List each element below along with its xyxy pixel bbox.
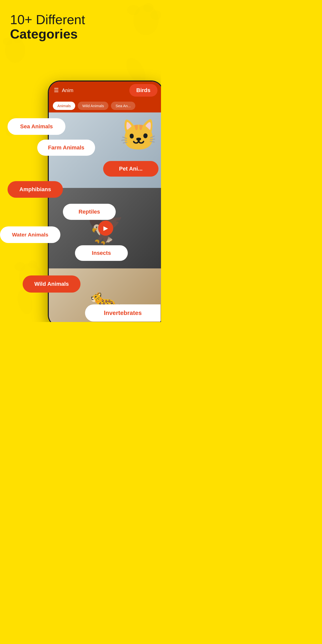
topbar-title: Anim: [62, 88, 126, 93]
svg-point-3: [150, 10, 161, 20]
svg-point-2: [143, 3, 153, 12]
phone-topbar: ☰ Anim Birds: [49, 82, 161, 99]
headline-line2: Categories: [10, 27, 85, 41]
headline-line1: 10+ Different: [10, 13, 85, 27]
tab-sea-animals[interactable]: Sea An...: [111, 102, 135, 110]
badge-insects[interactable]: Insects: [75, 245, 128, 261]
svg-point-8: [15, 262, 26, 271]
hamburger-icon[interactable]: ☰: [54, 88, 59, 93]
birds-nav-button[interactable]: Birds: [129, 84, 157, 97]
filter-tabs: Animals Wild Animals Sea An...: [49, 99, 161, 112]
tab-wild-animals[interactable]: Wild Animals: [78, 102, 108, 110]
svg-point-9: [28, 261, 37, 269]
badge-wild-animals[interactable]: Wild Animals: [23, 275, 80, 293]
headline-section: 10+ Different Categories: [10, 13, 85, 41]
badge-reptiles[interactable]: Reptiles: [63, 204, 116, 220]
badge-farm-animals[interactable]: Farm Animals: [37, 140, 95, 156]
play-button[interactable]: ▶: [98, 221, 113, 236]
tab-animals[interactable]: Animals: [53, 102, 75, 110]
badge-sea-animals[interactable]: Sea Animals: [8, 118, 65, 135]
badge-invertebrates[interactable]: Invertebrates: [85, 304, 160, 321]
badge-water-animals[interactable]: Water Animals: [0, 226, 60, 243]
svg-point-1: [127, 5, 140, 15]
badge-pet-animals[interactable]: Pet Ani...: [103, 161, 158, 177]
badge-amphibians[interactable]: Amphibians: [8, 181, 63, 198]
